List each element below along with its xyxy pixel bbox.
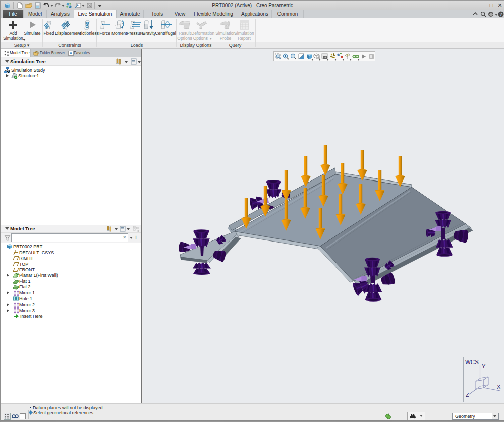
svg-text:Z: Z [466, 392, 469, 398]
svg-text:WCS: WCS [465, 359, 479, 365]
svg-text:Y: Y [482, 363, 486, 369]
svg-text:X: X [497, 384, 501, 390]
svg-text:?: ? [500, 12, 502, 17]
